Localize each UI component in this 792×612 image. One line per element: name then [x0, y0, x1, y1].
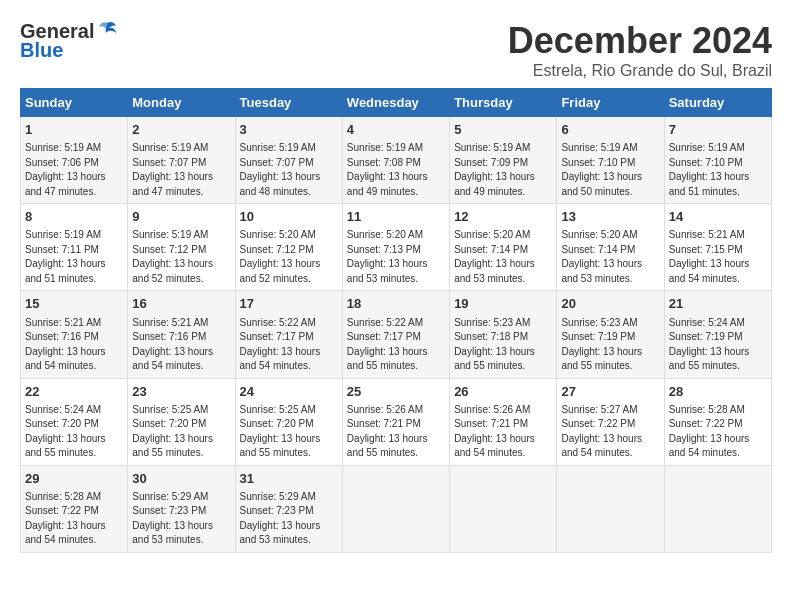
month-title: December 2024	[508, 20, 772, 62]
day-number: 6	[561, 121, 659, 139]
day-info: Sunrise: 5:21 AM Sunset: 7:16 PM Dayligh…	[132, 316, 230, 374]
day-info: Sunrise: 5:20 AM Sunset: 7:14 PM Dayligh…	[561, 228, 659, 286]
day-cell-25: 25Sunrise: 5:26 AM Sunset: 7:21 PM Dayli…	[342, 378, 449, 465]
day-number: 11	[347, 208, 445, 226]
day-info: Sunrise: 5:19 AM Sunset: 7:11 PM Dayligh…	[25, 228, 123, 286]
day-info: Sunrise: 5:22 AM Sunset: 7:17 PM Dayligh…	[240, 316, 338, 374]
header-area: General Blue December 2024 Estrela, Rio …	[20, 20, 772, 80]
empty-cell	[450, 465, 557, 552]
day-header-saturday: Saturday	[664, 89, 771, 117]
day-info: Sunrise: 5:23 AM Sunset: 7:19 PM Dayligh…	[561, 316, 659, 374]
day-number: 26	[454, 383, 552, 401]
day-info: Sunrise: 5:29 AM Sunset: 7:23 PM Dayligh…	[132, 490, 230, 548]
day-cell-2: 2Sunrise: 5:19 AM Sunset: 7:07 PM Daylig…	[128, 117, 235, 204]
day-cell-4: 4Sunrise: 5:19 AM Sunset: 7:08 PM Daylig…	[342, 117, 449, 204]
day-number: 8	[25, 208, 123, 226]
day-header-wednesday: Wednesday	[342, 89, 449, 117]
day-info: Sunrise: 5:26 AM Sunset: 7:21 PM Dayligh…	[454, 403, 552, 461]
day-info: Sunrise: 5:24 AM Sunset: 7:20 PM Dayligh…	[25, 403, 123, 461]
day-cell-14: 14Sunrise: 5:21 AM Sunset: 7:15 PM Dayli…	[664, 204, 771, 291]
day-number: 28	[669, 383, 767, 401]
calendar-table: SundayMondayTuesdayWednesdayThursdayFrid…	[20, 88, 772, 553]
day-cell-17: 17Sunrise: 5:22 AM Sunset: 7:17 PM Dayli…	[235, 291, 342, 378]
day-info: Sunrise: 5:20 AM Sunset: 7:14 PM Dayligh…	[454, 228, 552, 286]
day-cell-12: 12Sunrise: 5:20 AM Sunset: 7:14 PM Dayli…	[450, 204, 557, 291]
day-number: 30	[132, 470, 230, 488]
logo: General Blue	[20, 20, 118, 62]
day-cell-3: 3Sunrise: 5:19 AM Sunset: 7:07 PM Daylig…	[235, 117, 342, 204]
day-cell-7: 7Sunrise: 5:19 AM Sunset: 7:10 PM Daylig…	[664, 117, 771, 204]
day-number: 17	[240, 295, 338, 313]
day-cell-9: 9Sunrise: 5:19 AM Sunset: 7:12 PM Daylig…	[128, 204, 235, 291]
day-number: 20	[561, 295, 659, 313]
day-info: Sunrise: 5:19 AM Sunset: 7:12 PM Dayligh…	[132, 228, 230, 286]
day-number: 24	[240, 383, 338, 401]
day-cell-23: 23Sunrise: 5:25 AM Sunset: 7:20 PM Dayli…	[128, 378, 235, 465]
day-number: 10	[240, 208, 338, 226]
day-header-monday: Monday	[128, 89, 235, 117]
day-info: Sunrise: 5:22 AM Sunset: 7:17 PM Dayligh…	[347, 316, 445, 374]
day-info: Sunrise: 5:28 AM Sunset: 7:22 PM Dayligh…	[25, 490, 123, 548]
day-cell-21: 21Sunrise: 5:24 AM Sunset: 7:19 PM Dayli…	[664, 291, 771, 378]
day-info: Sunrise: 5:27 AM Sunset: 7:22 PM Dayligh…	[561, 403, 659, 461]
empty-cell	[342, 465, 449, 552]
day-number: 3	[240, 121, 338, 139]
day-number: 9	[132, 208, 230, 226]
day-info: Sunrise: 5:19 AM Sunset: 7:10 PM Dayligh…	[669, 141, 767, 199]
location: Estrela, Rio Grande do Sul, Brazil	[508, 62, 772, 80]
day-number: 1	[25, 121, 123, 139]
day-number: 15	[25, 295, 123, 313]
day-header-sunday: Sunday	[21, 89, 128, 117]
day-number: 21	[669, 295, 767, 313]
day-info: Sunrise: 5:29 AM Sunset: 7:23 PM Dayligh…	[240, 490, 338, 548]
day-cell-5: 5Sunrise: 5:19 AM Sunset: 7:09 PM Daylig…	[450, 117, 557, 204]
day-cell-26: 26Sunrise: 5:26 AM Sunset: 7:21 PM Dayli…	[450, 378, 557, 465]
week-row-1: 1Sunrise: 5:19 AM Sunset: 7:06 PM Daylig…	[21, 117, 772, 204]
day-number: 31	[240, 470, 338, 488]
day-info: Sunrise: 5:25 AM Sunset: 7:20 PM Dayligh…	[240, 403, 338, 461]
day-info: Sunrise: 5:19 AM Sunset: 7:07 PM Dayligh…	[240, 141, 338, 199]
day-number: 12	[454, 208, 552, 226]
day-info: Sunrise: 5:21 AM Sunset: 7:15 PM Dayligh…	[669, 228, 767, 286]
day-info: Sunrise: 5:28 AM Sunset: 7:22 PM Dayligh…	[669, 403, 767, 461]
day-cell-6: 6Sunrise: 5:19 AM Sunset: 7:10 PM Daylig…	[557, 117, 664, 204]
day-info: Sunrise: 5:24 AM Sunset: 7:19 PM Dayligh…	[669, 316, 767, 374]
day-cell-22: 22Sunrise: 5:24 AM Sunset: 7:20 PM Dayli…	[21, 378, 128, 465]
day-cell-30: 30Sunrise: 5:29 AM Sunset: 7:23 PM Dayli…	[128, 465, 235, 552]
day-number: 27	[561, 383, 659, 401]
week-row-5: 29Sunrise: 5:28 AM Sunset: 7:22 PM Dayli…	[21, 465, 772, 552]
day-info: Sunrise: 5:19 AM Sunset: 7:10 PM Dayligh…	[561, 141, 659, 199]
day-info: Sunrise: 5:19 AM Sunset: 7:09 PM Dayligh…	[454, 141, 552, 199]
day-cell-19: 19Sunrise: 5:23 AM Sunset: 7:18 PM Dayli…	[450, 291, 557, 378]
title-area: December 2024 Estrela, Rio Grande do Sul…	[508, 20, 772, 80]
day-cell-16: 16Sunrise: 5:21 AM Sunset: 7:16 PM Dayli…	[128, 291, 235, 378]
day-cell-31: 31Sunrise: 5:29 AM Sunset: 7:23 PM Dayli…	[235, 465, 342, 552]
day-cell-28: 28Sunrise: 5:28 AM Sunset: 7:22 PM Dayli…	[664, 378, 771, 465]
day-cell-24: 24Sunrise: 5:25 AM Sunset: 7:20 PM Dayli…	[235, 378, 342, 465]
empty-cell	[557, 465, 664, 552]
day-header-thursday: Thursday	[450, 89, 557, 117]
day-cell-1: 1Sunrise: 5:19 AM Sunset: 7:06 PM Daylig…	[21, 117, 128, 204]
week-row-3: 15Sunrise: 5:21 AM Sunset: 7:16 PM Dayli…	[21, 291, 772, 378]
day-info: Sunrise: 5:21 AM Sunset: 7:16 PM Dayligh…	[25, 316, 123, 374]
day-number: 23	[132, 383, 230, 401]
day-number: 18	[347, 295, 445, 313]
logo-blue-text: Blue	[20, 39, 63, 62]
logo-bird-icon	[96, 19, 118, 41]
day-number: 7	[669, 121, 767, 139]
empty-cell	[664, 465, 771, 552]
week-row-2: 8Sunrise: 5:19 AM Sunset: 7:11 PM Daylig…	[21, 204, 772, 291]
day-header-friday: Friday	[557, 89, 664, 117]
day-number: 16	[132, 295, 230, 313]
day-cell-18: 18Sunrise: 5:22 AM Sunset: 7:17 PM Dayli…	[342, 291, 449, 378]
day-cell-13: 13Sunrise: 5:20 AM Sunset: 7:14 PM Dayli…	[557, 204, 664, 291]
day-cell-15: 15Sunrise: 5:21 AM Sunset: 7:16 PM Dayli…	[21, 291, 128, 378]
day-number: 4	[347, 121, 445, 139]
week-row-4: 22Sunrise: 5:24 AM Sunset: 7:20 PM Dayli…	[21, 378, 772, 465]
day-cell-10: 10Sunrise: 5:20 AM Sunset: 7:12 PM Dayli…	[235, 204, 342, 291]
day-cell-29: 29Sunrise: 5:28 AM Sunset: 7:22 PM Dayli…	[21, 465, 128, 552]
day-header-tuesday: Tuesday	[235, 89, 342, 117]
day-cell-11: 11Sunrise: 5:20 AM Sunset: 7:13 PM Dayli…	[342, 204, 449, 291]
day-info: Sunrise: 5:25 AM Sunset: 7:20 PM Dayligh…	[132, 403, 230, 461]
day-number: 22	[25, 383, 123, 401]
